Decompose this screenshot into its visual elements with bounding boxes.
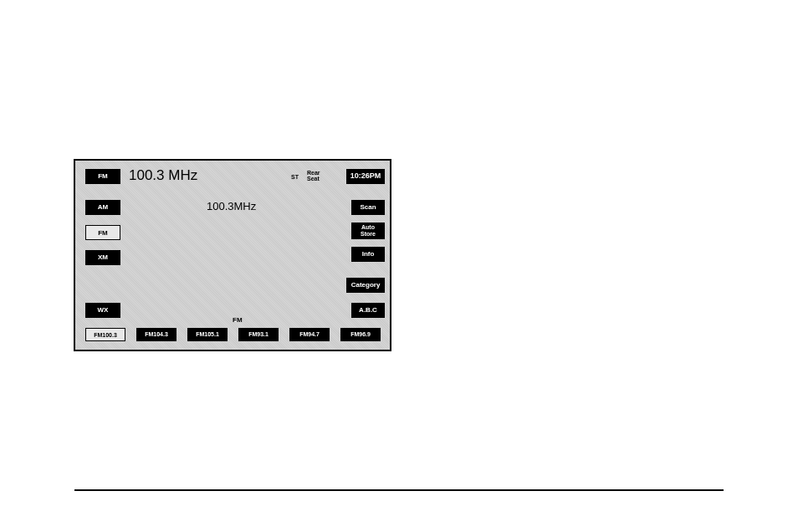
abc-button[interactable]: A.B.C	[351, 303, 385, 318]
fm-indicator: FM	[85, 169, 120, 184]
preset-5[interactable]: FM94.7	[289, 328, 330, 341]
preset-3[interactable]: FM105.1	[187, 328, 228, 341]
auto-store-button[interactable]: Auto Store	[351, 223, 385, 239]
preset-4[interactable]: FM93.1	[238, 328, 279, 341]
radio-panel: FM AM FM XM WX 10:26PM Scan Auto Store I…	[74, 159, 391, 351]
preset-1[interactable]: FM100.3	[85, 328, 125, 341]
xm-button[interactable]: XM	[85, 250, 120, 265]
preset-2[interactable]: FM104.3	[136, 328, 176, 341]
preset-6[interactable]: FM96.9	[340, 328, 381, 341]
category-button[interactable]: Category	[346, 278, 385, 293]
fm-button-selected[interactable]: FM	[85, 225, 120, 240]
info-button[interactable]: Info	[351, 247, 385, 262]
frequency-center: 100.3MHz	[207, 200, 256, 212]
wx-button[interactable]: WX	[85, 303, 120, 318]
page-divider	[74, 489, 724, 491]
stereo-indicator: ST	[291, 174, 299, 180]
scan-button[interactable]: Scan	[351, 200, 385, 215]
am-button[interactable]: AM	[85, 200, 120, 215]
rear-seat-indicator: Rear Seat	[307, 170, 320, 182]
band-label: FM	[233, 316, 243, 324]
frequency-main: 100.3 MHz	[129, 167, 197, 184]
clock-display: 10:26PM	[346, 169, 385, 184]
